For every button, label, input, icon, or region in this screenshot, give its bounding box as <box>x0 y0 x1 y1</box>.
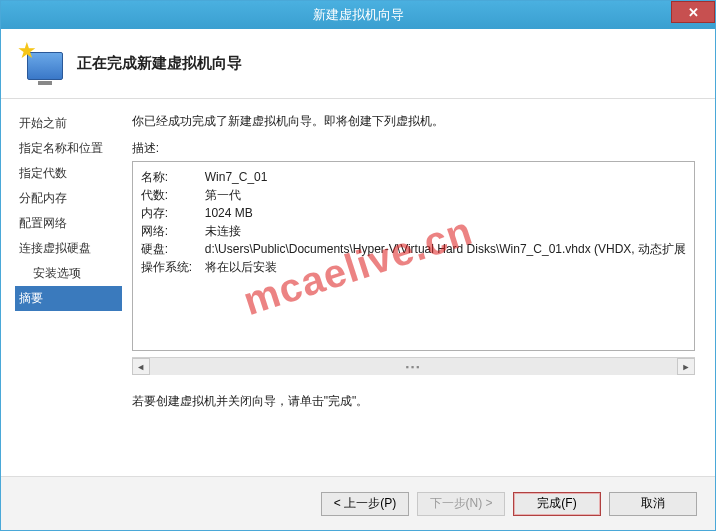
sidebar-item-6[interactable]: 安装选项 <box>19 261 122 286</box>
scroll-track[interactable]: ▪▪▪ <box>150 358 677 375</box>
summary-key: 名称: <box>141 168 205 186</box>
main-panel: 你已经成功完成了新建虚拟机向导。即将创建下列虚拟机。 描述: 名称:Win7_C… <box>122 99 715 476</box>
sidebar-item-2[interactable]: 指定代数 <box>19 161 122 186</box>
sidebar-item-0[interactable]: 开始之前 <box>19 111 122 136</box>
intro-text: 你已经成功完成了新建虚拟机向导。即将创建下列虚拟机。 <box>132 113 695 130</box>
cancel-button[interactable]: 取消 <box>609 492 697 516</box>
content-area: 开始之前指定名称和位置指定代数分配内存配置网络连接虚拟硬盘安装选项摘要 你已经成… <box>1 99 715 476</box>
wizard-sidebar: 开始之前指定名称和位置指定代数分配内存配置网络连接虚拟硬盘安装选项摘要 <box>1 99 122 476</box>
page-title: 正在完成新建虚拟机向导 <box>77 54 242 73</box>
summary-row: 代数:第一代 <box>141 186 686 204</box>
sidebar-item-1[interactable]: 指定名称和位置 <box>19 136 122 161</box>
summary-box: 名称:Win7_C_01代数:第一代内存:1024 MB网络:未连接硬盘:d:\… <box>132 161 695 351</box>
scroll-right-button[interactable]: ► <box>677 358 695 375</box>
summary-key: 网络: <box>141 222 205 240</box>
sidebar-item-7[interactable]: 摘要 <box>15 286 122 311</box>
prev-button[interactable]: < 上一步(P) <box>321 492 409 516</box>
summary-row: 名称:Win7_C_01 <box>141 168 686 186</box>
summary-key: 操作系统: <box>141 258 205 276</box>
wizard-footer: < 上一步(P) 下一步(N) > 完成(F) 取消 <box>1 476 715 530</box>
description-label: 描述: <box>132 140 695 157</box>
close-icon: ✕ <box>688 5 699 20</box>
horizontal-scrollbar[interactable]: ◄ ▪▪▪ ► <box>132 357 695 375</box>
wizard-header: ★ 正在完成新建虚拟机向导 <box>1 29 715 99</box>
summary-value: 将在以后安装 <box>205 258 686 276</box>
sidebar-item-3[interactable]: 分配内存 <box>19 186 122 211</box>
summary-key: 代数: <box>141 186 205 204</box>
summary-row: 网络:未连接 <box>141 222 686 240</box>
window-title: 新建虚拟机向导 <box>1 6 715 24</box>
close-button[interactable]: ✕ <box>671 1 715 23</box>
summary-value: d:\Users\Public\Documents\Hyper-V\Virtua… <box>205 240 686 258</box>
summary-value: 第一代 <box>205 186 686 204</box>
summary-value: 1024 MB <box>205 204 686 222</box>
summary-value: 未连接 <box>205 222 686 240</box>
summary-row: 内存:1024 MB <box>141 204 686 222</box>
hint-text: 若要创建虚拟机并关闭向导，请单击"完成"。 <box>132 393 695 410</box>
summary-key: 内存: <box>141 204 205 222</box>
sidebar-item-4[interactable]: 配置网络 <box>19 211 122 236</box>
scroll-left-button[interactable]: ◄ <box>132 358 150 375</box>
wizard-icon: ★ <box>19 42 63 86</box>
titlebar: 新建虚拟机向导 ✕ <box>1 1 715 29</box>
next-button: 下一步(N) > <box>417 492 505 516</box>
finish-button[interactable]: 完成(F) <box>513 492 601 516</box>
summary-value: Win7_C_01 <box>205 168 686 186</box>
summary-row: 操作系统:将在以后安装 <box>141 258 686 276</box>
summary-row: 硬盘:d:\Users\Public\Documents\Hyper-V\Vir… <box>141 240 686 258</box>
sidebar-item-5[interactable]: 连接虚拟硬盘 <box>19 236 122 261</box>
summary-key: 硬盘: <box>141 240 205 258</box>
